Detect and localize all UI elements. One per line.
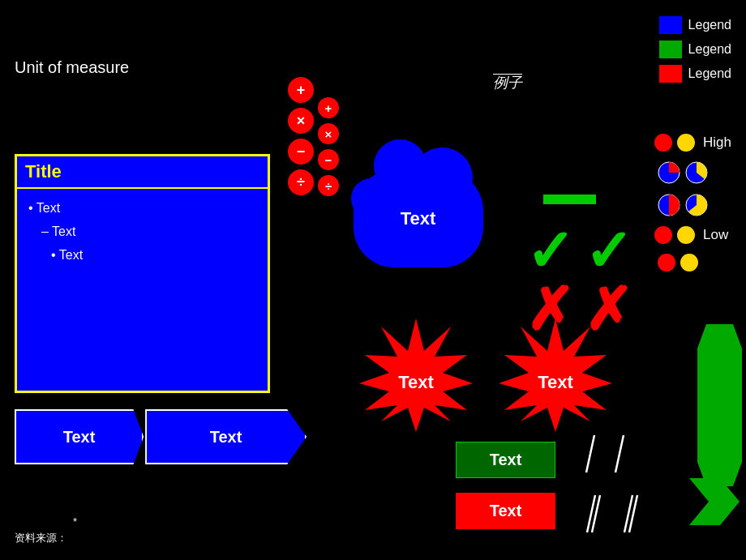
double-lines-row xyxy=(582,494,644,534)
high-legend-item: High xyxy=(654,134,731,152)
double-line-1 xyxy=(582,494,607,534)
double-line-2 xyxy=(620,494,644,534)
title-box-content: • Text – Text • Text xyxy=(17,189,268,275)
source-label: 资料来源： xyxy=(15,531,67,545)
legend-area: Legend Legend Legend xyxy=(659,16,731,83)
svg-text:Text: Text xyxy=(398,372,434,392)
low-yellow-circle xyxy=(677,226,695,244)
op-times-left: × xyxy=(288,108,314,134)
green-arrow-small xyxy=(689,478,740,525)
red-text-box: Text xyxy=(456,493,555,529)
bullet-2: – Text xyxy=(41,220,256,244)
legend-item-green: Legend xyxy=(659,41,731,58)
high-label: High xyxy=(703,135,731,151)
operators-right: + × − ÷ xyxy=(318,97,339,196)
legend-label-blue: Legend xyxy=(688,18,731,32)
svg-marker-14 xyxy=(689,478,740,525)
operators-left: + × − ÷ xyxy=(288,77,314,195)
single-line-2 xyxy=(611,434,628,474)
highlow-legend: High Low xyxy=(654,134,731,271)
lines-container xyxy=(582,434,644,534)
pie-chart-2 xyxy=(685,161,708,184)
bullet-1: • Text xyxy=(28,197,256,220)
svg-line-9 xyxy=(615,435,624,472)
svg-line-8 xyxy=(586,435,594,472)
cloud-body: Text xyxy=(354,170,483,267)
asterisk-label: * xyxy=(73,515,77,528)
high-red-circle xyxy=(654,134,672,152)
op-plus-right: + xyxy=(318,97,339,118)
op-div-right: ÷ xyxy=(318,175,339,196)
op-div-left: ÷ xyxy=(288,169,314,195)
legend-box-red xyxy=(659,65,682,83)
legend-item-blue: Legend xyxy=(659,16,731,34)
legend-item-red: Legend xyxy=(659,65,731,83)
pie-row-1 xyxy=(658,161,731,184)
title-box-title: Title xyxy=(25,161,62,182)
pie-chart-3 xyxy=(658,194,680,216)
legend-box-blue xyxy=(659,16,682,34)
arrow-shape: Text Text xyxy=(15,409,307,464)
legend-label-red: Legend xyxy=(688,66,731,81)
low-red-circle xyxy=(654,226,672,244)
dot-yellow xyxy=(680,254,698,271)
pie-row-2 xyxy=(658,194,731,216)
dash-symbol xyxy=(543,195,596,204)
high-yellow-circle xyxy=(677,134,695,152)
title-box: Title • Text – Text • Text xyxy=(15,154,270,393)
starburst-1: Text xyxy=(347,314,485,432)
dot-row-1 xyxy=(658,254,731,271)
low-label: Low xyxy=(703,227,728,243)
chinese-label: 例子 xyxy=(493,73,522,92)
green-text-box: Text xyxy=(456,442,555,478)
single-line-1 xyxy=(582,434,598,474)
unit-of-measure-label: Unit of measure xyxy=(15,58,129,77)
pie-chart-1 xyxy=(658,161,680,184)
op-minus-left: − xyxy=(288,139,314,165)
single-lines-row xyxy=(582,434,644,474)
arrow-left-segment: Text xyxy=(15,409,144,464)
op-times-right: × xyxy=(318,123,339,144)
cloud-text: Text xyxy=(401,208,436,229)
bullet-3: • Text xyxy=(51,244,256,267)
op-plus-left: + xyxy=(288,77,314,103)
legend-label-green: Legend xyxy=(688,42,731,57)
pie-chart-4 xyxy=(685,194,708,216)
legend-box-green xyxy=(659,41,682,58)
dot-red xyxy=(658,254,675,271)
arrow-right-segment: Text xyxy=(145,409,307,464)
op-minus-right: − xyxy=(318,149,339,170)
low-legend-item: Low xyxy=(654,226,731,244)
svg-text:Text: Text xyxy=(538,372,573,392)
cloud-container: Text xyxy=(347,158,489,276)
title-box-header: Title xyxy=(17,156,268,189)
starburst-2: Text xyxy=(487,314,624,432)
green-bar-large xyxy=(697,324,742,486)
